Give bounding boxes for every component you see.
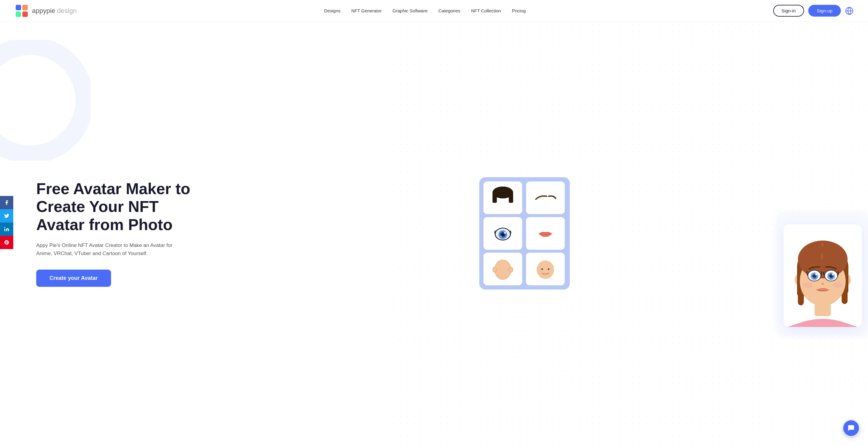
navbar: appypie design Designs NFT Generator Gra… <box>0 0 868 22</box>
lip-cell <box>526 217 565 250</box>
svg-point-6 <box>4 227 5 228</box>
hair-cell <box>484 181 522 214</box>
logo-text: appypie design <box>32 7 77 15</box>
social-sidebar <box>0 196 13 249</box>
signup-button[interactable]: Sign-up <box>808 5 841 17</box>
head-cell <box>526 253 565 285</box>
svg-point-53 <box>803 282 813 288</box>
svg-point-18 <box>500 236 502 237</box>
facebook-share[interactable] <box>0 196 13 209</box>
svg-rect-5 <box>4 229 5 231</box>
svg-rect-3 <box>22 11 28 17</box>
linkedin-share[interactable] <box>0 222 13 236</box>
create-avatar-button[interactable]: Create your Avatar <box>36 270 111 287</box>
hero-section: Free Avatar Maker to Create Your NFT Ava… <box>0 22 868 445</box>
face-cell <box>484 253 522 285</box>
svg-rect-1 <box>22 5 28 10</box>
svg-point-17 <box>504 232 506 234</box>
pinterest-share[interactable] <box>0 236 13 249</box>
svg-point-44 <box>812 277 814 278</box>
chat-button[interactable] <box>843 420 859 436</box>
svg-point-19 <box>495 260 511 279</box>
svg-rect-11 <box>496 191 510 196</box>
svg-point-16 <box>501 233 505 236</box>
hero-subtitle: Appy Pie's Online NFT Avatar Creator to … <box>36 241 181 258</box>
nav-pricing[interactable]: Pricing <box>512 8 526 13</box>
nav-graphic-software[interactable]: Graphic Software <box>393 8 428 13</box>
svg-point-42 <box>813 275 816 277</box>
svg-rect-0 <box>16 5 21 10</box>
svg-point-50 <box>832 273 834 275</box>
svg-point-23 <box>541 268 543 270</box>
eyebrow-cell <box>526 181 565 214</box>
svg-point-43 <box>815 273 817 275</box>
logo[interactable]: appypie design <box>14 4 77 18</box>
svg-point-7 <box>0 46 85 155</box>
svg-point-52 <box>822 283 824 285</box>
nav-categories[interactable]: Categories <box>438 8 460 13</box>
svg-point-22 <box>537 260 554 279</box>
hero-title: Free Avatar Maker to Create Your NFT Ava… <box>36 180 205 234</box>
nav-actions: Sign-in Sign-up <box>773 5 854 17</box>
svg-point-49 <box>830 275 832 277</box>
svg-point-24 <box>548 268 549 270</box>
nav-nft-generator[interactable]: NFT Generator <box>351 8 382 13</box>
svg-point-51 <box>829 277 830 278</box>
svg-point-21 <box>509 267 513 272</box>
hero-content: Free Avatar Maker to Create Your NFT Ava… <box>36 180 205 287</box>
nav-nft-collection[interactable]: NFT Collection <box>471 8 501 13</box>
nav-links: Designs NFT Generator Graphic Software C… <box>324 8 526 13</box>
language-icon[interactable] <box>845 7 854 15</box>
avatar-grid-panel <box>479 177 570 290</box>
svg-rect-2 <box>16 11 21 17</box>
signin-button[interactable]: Sign-in <box>773 5 804 17</box>
nav-designs[interactable]: Designs <box>324 8 340 13</box>
eye-cell <box>484 217 522 250</box>
avatar-face-panel <box>783 224 862 327</box>
hero-illustration <box>205 149 844 318</box>
twitter-share[interactable] <box>0 209 13 222</box>
svg-point-54 <box>833 282 842 288</box>
bg-arc <box>0 40 91 160</box>
svg-point-20 <box>493 267 497 272</box>
